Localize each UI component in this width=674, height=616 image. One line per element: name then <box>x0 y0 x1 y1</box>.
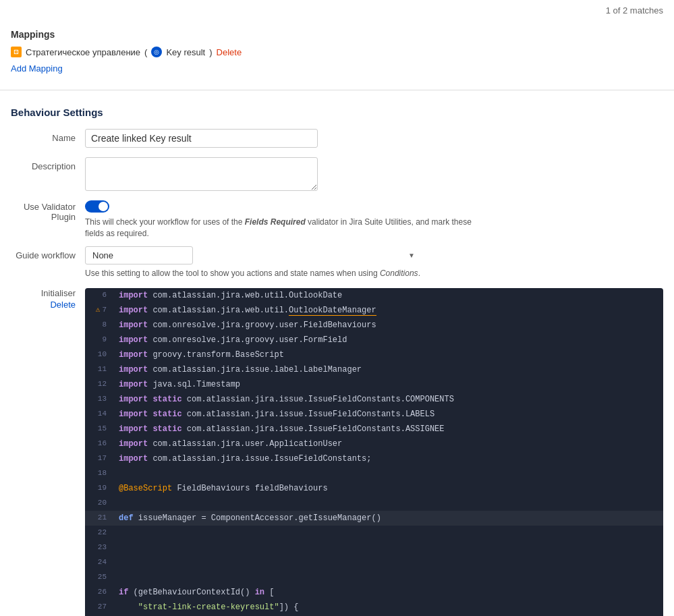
code-line-25: 25 <box>85 570 663 585</box>
line-num-14: 14 <box>85 408 113 420</box>
initialiser-label-col: Initialiser Delete <box>11 288 85 310</box>
line-content-11: import com.atlassian.jira.issue.label.La… <box>113 363 663 376</box>
mapping-open-paren: ( <box>144 47 147 57</box>
line-content-27: "strat-link-create-keyresult"]) { <box>113 600 663 614</box>
code-line-9: 9 import com.onresolve.jira.groovy.user.… <box>85 333 663 347</box>
line-content-12: import java.sql.Timestamp <box>113 378 663 391</box>
guide-row: Guide workflow None Workflow 1 Workflow … <box>11 246 663 279</box>
line-content-6: import com.atlassian.jira.web.util.Outlo… <box>113 289 663 302</box>
line-num-17: 17 <box>85 452 113 464</box>
description-row: Description <box>11 157 663 191</box>
code-line-23: 23 <box>85 540 663 555</box>
line-num-15: 15 <box>85 422 113 435</box>
line-content-22 <box>113 526 663 540</box>
name-label: Name <box>11 129 85 143</box>
code-line-13: 13 import static com.atlassian.jira.issu… <box>85 392 663 407</box>
line-content-21: def issueManager = ComponentAccessor.get… <box>113 511 663 525</box>
code-line-24: 24 <box>85 555 663 570</box>
mapping-icon-warning: ⊡ <box>11 47 22 57</box>
line-num-7: ⚠7 <box>85 304 113 316</box>
line-num-8: 8 <box>85 318 113 331</box>
behaviour-settings-title: Behaviour Settings <box>11 107 663 118</box>
code-line-17: 17 import com.atlassian.jira.issue.Issue… <box>85 451 663 466</box>
section-divider <box>0 90 674 90</box>
line-content-18 <box>113 467 663 480</box>
initialiser-label: Initialiser <box>11 288 76 298</box>
line-num-9: 9 <box>85 333 113 345</box>
name-input[interactable] <box>85 129 318 148</box>
code-line-22: 22 <box>85 526 663 540</box>
validator-row: Use Validator Plugin This will check you… <box>11 200 663 240</box>
line-num-25: 25 <box>85 571 113 583</box>
code-line-7: ⚠7 import com.atlassian.jira.web.util.Ou… <box>85 303 663 318</box>
line-num-13: 13 <box>85 393 113 405</box>
guide-help: Use this setting to allow the tool to sh… <box>85 268 420 279</box>
line-content-16: import com.atlassian.jira.user.Applicati… <box>113 437 663 451</box>
line-content-13: import static com.atlassian.jira.issue.I… <box>113 393 663 406</box>
line-num-11: 11 <box>85 363 113 375</box>
chevron-down-icon: ▼ <box>408 252 415 259</box>
line-content-23 <box>113 541 663 555</box>
description-input[interactable] <box>85 157 318 191</box>
validator-label: Use Validator Plugin <box>11 200 85 222</box>
line-content-26: if (getBehaviourContextId() in [ <box>113 586 663 599</box>
behaviour-settings-section: Behaviour Settings Name Description Use … <box>0 96 674 279</box>
line-num-20: 20 <box>85 497 113 509</box>
mappings-title: Mappings <box>11 29 663 40</box>
line-content-24 <box>113 556 663 569</box>
validator-help-text: This will check your workflow for uses o… <box>85 217 245 227</box>
line-content-19: @BaseScript FieldBehaviours fieldBehavio… <box>113 482 663 495</box>
line-num-18: 18 <box>85 467 113 479</box>
line-num-19: 19 <box>85 482 113 494</box>
name-row: Name <box>11 129 663 148</box>
line-content-10: import groovy.transform.BaseScript <box>113 348 663 362</box>
code-line-21: 21 def issueManager = ComponentAccessor.… <box>85 511 663 526</box>
line-content-14: import static com.atlassian.jira.issue.I… <box>113 408 663 421</box>
line-num-12: 12 <box>85 378 113 390</box>
validator-help-em: Fields Required <box>245 217 306 227</box>
line-num-27: 27 <box>85 600 113 613</box>
page-matches: 1 of 2 matches <box>606 5 663 16</box>
code-line-20: 20 <box>85 496 663 511</box>
code-line-15: 15 import static com.atlassian.jira.issu… <box>85 422 663 437</box>
guide-help-text: Use this setting to allow the tool to sh… <box>85 269 380 278</box>
validator-container: This will check your workflow for uses o… <box>85 200 490 240</box>
guide-label: Guide workflow <box>11 246 85 260</box>
code-line-10: 10 import groovy.transform.BaseScript <box>85 347 663 362</box>
initialiser-delete-link[interactable]: Delete <box>11 300 76 310</box>
line-num-22: 22 <box>85 526 113 538</box>
guide-select-wrapper: None Workflow 1 Workflow 2 ▼ <box>85 246 420 264</box>
code-line-6: 6 import com.atlassian.jira.web.util.Out… <box>85 288 663 303</box>
mapping-close-paren: ) <box>209 47 212 57</box>
guide-container: None Workflow 1 Workflow 2 ▼ Use this se… <box>85 246 420 279</box>
code-line-14: 14 import static com.atlassian.jira.issu… <box>85 407 663 422</box>
line-content-17: import com.atlassian.jira.issue.IssueFie… <box>113 452 663 466</box>
mappings-section: Mappings ⊡ Стратегическое управление ( ◎… <box>0 21 674 84</box>
validator-help: This will check your workflow for uses o… <box>85 217 490 240</box>
line-content-25 <box>113 571 663 584</box>
code-line-18: 18 <box>85 466 663 481</box>
validator-toggle[interactable] <box>85 200 109 213</box>
mapping-text: Стратегическое управление <box>26 47 140 57</box>
code-line-12: 12 import java.sql.Timestamp <box>85 377 663 392</box>
description-label: Description <box>11 157 85 171</box>
code-editor[interactable]: 6 import com.atlassian.jira.web.util.Out… <box>85 288 663 616</box>
line-content-9: import com.onresolve.jira.groovy.user.Fo… <box>113 333 663 347</box>
guide-workflow-select[interactable]: None Workflow 1 Workflow 2 <box>85 246 193 264</box>
mapping-type: Key result <box>166 47 205 57</box>
add-mapping-row: Add Mapping <box>11 63 663 74</box>
line-num-24: 24 <box>85 556 113 568</box>
mapping-icon-key: ◎ <box>151 47 162 57</box>
code-line-8: 8 import com.onresolve.jira.groovy.user.… <box>85 318 663 333</box>
mapping-row: ⊡ Стратегическое управление ( ◎ Key resu… <box>11 47 663 57</box>
line-content-8: import com.onresolve.jira.groovy.user.Fi… <box>113 318 663 332</box>
line-num-23: 23 <box>85 541 113 553</box>
line-num-6: 6 <box>85 289 113 301</box>
mapping-delete-link[interactable]: Delete <box>217 47 242 57</box>
line-num-26: 26 <box>85 586 113 598</box>
line-num-10: 10 <box>85 348 113 360</box>
line-content-7: import com.atlassian.jira.web.util.Outlo… <box>113 304 663 317</box>
add-mapping-link[interactable]: Add Mapping <box>11 63 63 74</box>
line-num-21: 21 <box>85 511 113 524</box>
line-num-16: 16 <box>85 437 113 449</box>
